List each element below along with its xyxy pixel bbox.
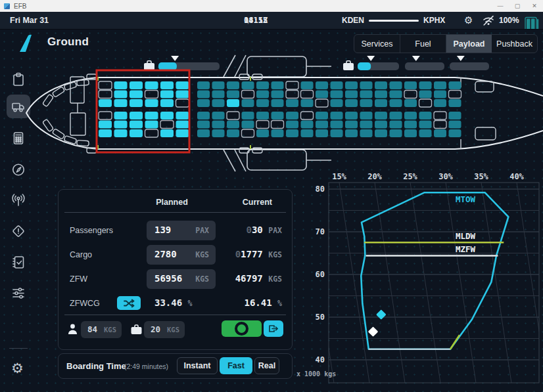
seat[interactable] bbox=[434, 91, 446, 98]
seat[interactable] bbox=[375, 129, 387, 137]
seat[interactable] bbox=[390, 99, 402, 107]
seat[interactable] bbox=[197, 129, 210, 137]
seat[interactable] bbox=[99, 81, 112, 89]
stop-boarding-button[interactable] bbox=[222, 320, 262, 337]
seat[interactable] bbox=[256, 81, 269, 89]
seat[interactable] bbox=[212, 121, 225, 129]
seat[interactable] bbox=[316, 99, 328, 107]
seat[interactable] bbox=[212, 99, 225, 107]
cargo-bar[interactable] bbox=[405, 62, 444, 70]
settings-gear-icon[interactable]: ⚙ bbox=[464, 12, 473, 29]
sidebar-settings-gear-icon[interactable]: ⚙ bbox=[11, 360, 24, 376]
seat[interactable] bbox=[130, 91, 143, 98]
tab-payload[interactable]: Payload bbox=[446, 35, 492, 53]
seat[interactable] bbox=[316, 129, 328, 137]
cargo-planned-input[interactable]: 2780KGS bbox=[147, 245, 216, 265]
seat[interactable] bbox=[449, 99, 461, 107]
seat[interactable] bbox=[145, 112, 158, 120]
seat[interactable] bbox=[390, 129, 402, 137]
seat[interactable] bbox=[301, 121, 314, 129]
seat[interactable] bbox=[99, 112, 112, 120]
seat[interactable] bbox=[145, 99, 158, 107]
seat[interactable] bbox=[227, 99, 239, 107]
seat[interactable] bbox=[272, 112, 284, 120]
seat[interactable] bbox=[375, 91, 387, 98]
seat[interactable] bbox=[99, 99, 112, 107]
seat[interactable] bbox=[434, 81, 446, 89]
seat[interactable] bbox=[212, 129, 225, 137]
seat[interactable] bbox=[197, 81, 210, 89]
seat[interactable] bbox=[434, 99, 446, 107]
seat[interactable] bbox=[345, 112, 358, 120]
seat[interactable] bbox=[404, 81, 417, 89]
seat[interactable] bbox=[360, 121, 373, 129]
seat[interactable] bbox=[316, 112, 328, 120]
seat[interactable] bbox=[160, 91, 174, 98]
seat[interactable] bbox=[256, 99, 269, 107]
seat[interactable] bbox=[419, 99, 432, 107]
seat[interactable] bbox=[360, 91, 373, 98]
seat[interactable] bbox=[345, 99, 358, 107]
seat[interactable] bbox=[316, 91, 328, 98]
seat[interactable] bbox=[286, 91, 298, 98]
seat[interactable] bbox=[301, 112, 314, 120]
seat[interactable] bbox=[419, 129, 432, 137]
zfwcg-swap-button[interactable] bbox=[117, 296, 141, 310]
seat[interactable] bbox=[130, 129, 143, 137]
seat[interactable] bbox=[331, 81, 343, 89]
seat[interactable] bbox=[242, 99, 254, 107]
seat[interactable] bbox=[114, 129, 128, 137]
seat[interactable] bbox=[390, 81, 402, 89]
seat[interactable] bbox=[331, 91, 343, 98]
seat[interactable] bbox=[375, 112, 387, 120]
seat[interactable] bbox=[331, 121, 343, 129]
seat[interactable] bbox=[197, 99, 210, 107]
seat[interactable] bbox=[404, 99, 417, 107]
seat[interactable] bbox=[212, 112, 225, 120]
seat[interactable] bbox=[99, 121, 112, 129]
seat[interactable] bbox=[212, 81, 225, 89]
seat[interactable] bbox=[227, 81, 239, 89]
seat[interactable] bbox=[176, 112, 189, 120]
tab-fuel[interactable]: Fuel bbox=[400, 35, 446, 53]
seat[interactable] bbox=[449, 112, 461, 120]
seat[interactable] bbox=[160, 81, 174, 89]
seat[interactable] bbox=[160, 112, 174, 120]
seat[interactable] bbox=[434, 112, 446, 120]
seat[interactable] bbox=[114, 112, 128, 120]
seat[interactable] bbox=[114, 99, 128, 107]
seat[interactable] bbox=[160, 121, 174, 129]
seat[interactable] bbox=[404, 121, 417, 129]
seat[interactable] bbox=[256, 121, 269, 129]
seat[interactable] bbox=[114, 91, 128, 98]
seat[interactable] bbox=[130, 121, 143, 129]
sidebar-item-warning[interactable] bbox=[7, 219, 30, 243]
seat[interactable] bbox=[227, 121, 239, 129]
seat[interactable] bbox=[345, 129, 358, 137]
seat[interactable] bbox=[130, 99, 143, 107]
seat[interactable] bbox=[286, 129, 298, 137]
seat[interactable] bbox=[375, 81, 387, 89]
seat[interactable] bbox=[301, 91, 314, 98]
seat[interactable] bbox=[286, 81, 298, 89]
seat[interactable] bbox=[360, 112, 373, 120]
seat[interactable] bbox=[404, 129, 417, 137]
seat[interactable] bbox=[272, 91, 284, 98]
seat[interactable] bbox=[316, 81, 328, 89]
seat[interactable] bbox=[286, 121, 298, 129]
seat[interactable] bbox=[434, 121, 446, 129]
seat[interactable] bbox=[375, 99, 387, 107]
seat[interactable] bbox=[345, 121, 358, 129]
seat[interactable] bbox=[449, 121, 461, 129]
seat[interactable] bbox=[449, 129, 461, 137]
close-button[interactable]: ✕ bbox=[526, 0, 543, 12]
boarding-option-real[interactable]: Real bbox=[254, 357, 279, 374]
zfw-planned-input[interactable]: 56956KGS bbox=[147, 269, 216, 289]
seat[interactable] bbox=[434, 129, 446, 137]
pax-weight-input[interactable]: 84 KGS bbox=[81, 321, 122, 338]
seat[interactable] bbox=[256, 91, 269, 98]
seat[interactable] bbox=[256, 129, 269, 137]
seat[interactable] bbox=[227, 91, 239, 98]
seat[interactable] bbox=[404, 91, 417, 98]
cargo-bar[interactable] bbox=[450, 62, 489, 70]
